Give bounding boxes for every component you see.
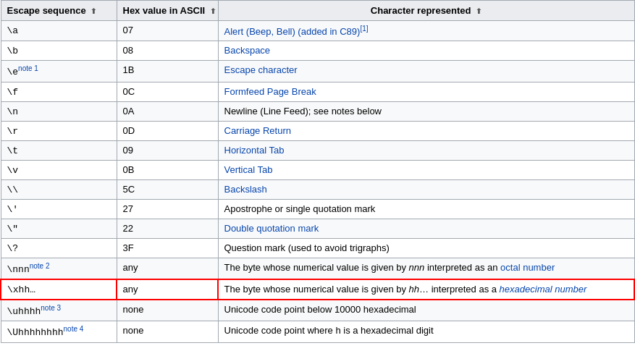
char-note: [1] <box>360 25 368 33</box>
cell-char: Formfeed Page Break <box>218 82 634 101</box>
cell-char: Backspace <box>218 41 634 61</box>
table-row: \uhhhhnote 3noneUnicode code point below… <box>1 300 634 321</box>
cell-char: Horizontal Tab <box>218 140 634 160</box>
cell-hex: 0C <box>117 82 218 101</box>
link-char[interactable]: Horizontal Tab <box>224 145 285 156</box>
cell-escape: \r <box>1 121 117 140</box>
header-escape-sequence[interactable]: Escape sequence ⬆ <box>1 1 117 21</box>
cell-hex: 3F <box>117 238 218 258</box>
cell-escape: \t <box>1 140 117 160</box>
header-char-label: Character represented <box>371 5 471 16</box>
table-row: \f0CFormfeed Page Break <box>1 82 634 101</box>
cell-char: The byte whose numerical value is given … <box>218 279 634 300</box>
cell-char: Question mark (used to avoid trigraphs) <box>218 238 634 258</box>
cell-hex: none <box>117 321 218 342</box>
link-char[interactable]: Escape character <box>224 64 298 75</box>
cell-hex: 27 <box>117 199 218 219</box>
cell-escape: \a <box>1 21 117 41</box>
cell-hex: 22 <box>117 219 218 238</box>
table-container: Escape sequence ⬆ Hex value in ASCII ⬆ C… <box>0 0 635 343</box>
table-row: \Uhhhhhhhhnote 4noneUnicode code point w… <box>1 321 634 342</box>
cell-char: Apostrophe or single quotation mark <box>218 199 634 219</box>
cell-hex: 1B <box>117 61 218 82</box>
cell-escape: \uhhhhnote 3 <box>1 300 117 321</box>
cell-escape: \" <box>1 219 117 238</box>
cell-char: Unicode code point where h is a hexadeci… <box>218 321 634 342</box>
cell-escape: \\ <box>1 179 117 199</box>
cell-hex: any <box>117 279 218 300</box>
table-row: \nnnnote 2anyThe byte whose numerical va… <box>1 258 634 279</box>
table-row: \b08Backspace <box>1 41 634 61</box>
cell-char: Double quotation mark <box>218 219 634 238</box>
cell-escape: \? <box>1 238 117 258</box>
cell-escape: \xhh… <box>1 279 117 300</box>
header-char-represented[interactable]: Character represented ⬆ <box>218 1 634 21</box>
table-row: \\5CBackslash <box>1 179 634 199</box>
cell-hex: 07 <box>117 21 218 41</box>
sort-icon-hex: ⬆ <box>210 7 216 15</box>
cell-escape: \enote 1 <box>1 61 117 82</box>
table-row: \"22Double quotation mark <box>1 219 634 238</box>
cell-escape: \b <box>1 41 117 61</box>
header-hex-label: Hex value in ASCII <box>123 5 206 16</box>
cell-escape: \Uhhhhhhhhnote 4 <box>1 321 117 342</box>
table-row: \r0DCarriage Return <box>1 121 634 140</box>
table-row: \a07Alert (Beep, Bell) (added in C89)[1] <box>1 21 634 41</box>
cell-hex: 0B <box>117 160 218 179</box>
cell-hex: 09 <box>117 140 218 160</box>
header-escape-label: Escape sequence <box>7 5 86 16</box>
escape-note: note 2 <box>30 262 50 270</box>
link-char[interactable]: Formfeed Page Break <box>224 86 316 97</box>
escape-note: note 3 <box>41 304 61 312</box>
cell-hex: any <box>117 258 218 279</box>
link-char[interactable]: Vertical Tab <box>224 164 273 175</box>
cell-escape: \n <box>1 101 117 121</box>
table-row: \enote 11BEscape character <box>1 61 634 82</box>
cell-char: Newline (Line Feed); see notes below <box>218 101 634 121</box>
sort-icon-escape: ⬆ <box>91 7 96 15</box>
cell-char: The byte whose numerical value is given … <box>218 258 634 279</box>
cell-hex: 5C <box>117 179 218 199</box>
link-char[interactable]: Alert (Beep, Bell) (added in C89) <box>224 26 361 37</box>
cell-char: Alert (Beep, Bell) (added in C89)[1] <box>218 21 634 41</box>
cell-escape: \nnnnote 2 <box>1 258 117 279</box>
cell-escape: \f <box>1 82 117 101</box>
table-row: \t09Horizontal Tab <box>1 140 634 160</box>
cell-char: Unicode code point below 10000 hexadecim… <box>218 300 634 321</box>
escape-sequences-table: Escape sequence ⬆ Hex value in ASCII ⬆ C… <box>0 0 635 343</box>
cell-hex: none <box>117 300 218 321</box>
cell-escape: \v <box>1 160 117 179</box>
cell-char: Vertical Tab <box>218 160 634 179</box>
link-char[interactable]: Double quotation mark <box>224 223 319 234</box>
table-row: \v0BVertical Tab <box>1 160 634 179</box>
escape-note: note 1 <box>18 64 38 72</box>
cell-escape: \' <box>1 199 117 219</box>
cell-char: Carriage Return <box>218 121 634 140</box>
table-row: \?3FQuestion mark (used to avoid trigrap… <box>1 238 634 258</box>
header-hex-value[interactable]: Hex value in ASCII ⬆ <box>117 1 218 21</box>
table-row: \n0ANewline (Line Feed); see notes below <box>1 101 634 121</box>
cell-hex: 08 <box>117 41 218 61</box>
link-char[interactable]: Carriage Return <box>224 125 292 136</box>
table-row: \'27Apostrophe or single quotation mark <box>1 199 634 219</box>
cell-char: Backslash <box>218 179 634 199</box>
link-char[interactable]: Backslash <box>224 184 267 195</box>
escape-note: note 4 <box>64 325 84 333</box>
sort-icon-char: ⬆ <box>476 7 481 15</box>
cell-hex: 0A <box>117 101 218 121</box>
link-octal-number[interactable]: octal number <box>500 262 555 273</box>
cell-hex: 0D <box>117 121 218 140</box>
cell-char: Escape character <box>218 61 634 82</box>
table-row: \xhh…anyThe byte whose numerical value i… <box>1 279 634 300</box>
link-hexadecimal-number[interactable]: hexadecimal number <box>500 284 587 295</box>
link-char[interactable]: Backspace <box>224 45 271 56</box>
